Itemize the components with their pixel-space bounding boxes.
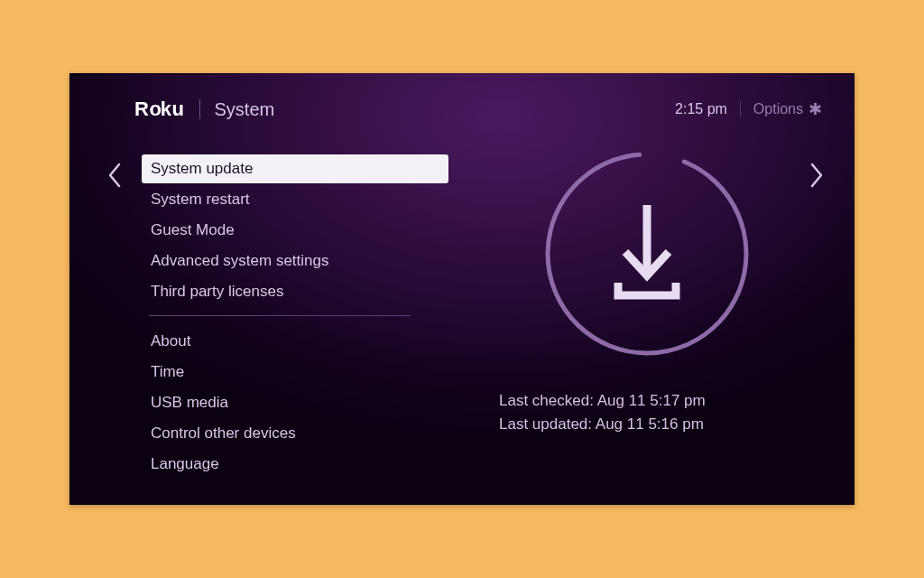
- menu-divider: [149, 315, 411, 316]
- menu-item-guest-mode[interactable]: Guest Mode: [142, 216, 448, 245]
- nav-back-chevron[interactable]: [107, 160, 122, 195]
- last-checked-text: Last checked: Aug 11 5:17 pm: [499, 389, 800, 413]
- clock: 2:15 pm: [675, 101, 727, 117]
- menu-item-time[interactable]: Time: [142, 358, 448, 387]
- nav-forward-chevron[interactable]: [809, 160, 824, 195]
- asterisk-icon: ✱: [808, 101, 822, 117]
- menu-item-system-restart[interactable]: System restart: [142, 185, 448, 214]
- menu-item-advanced-settings[interactable]: Advanced system settings: [142, 247, 448, 275]
- menu-item-about[interactable]: About: [142, 327, 448, 356]
- header-right: 2:15 pm Options ✱: [675, 101, 822, 117]
- header-separator-2: [740, 101, 741, 117]
- update-status: Last checked: Aug 11 5:17 pm Last update…: [494, 389, 800, 435]
- menu-item-control-other-devices[interactable]: Control other devices: [142, 419, 448, 448]
- header-separator: [199, 99, 200, 119]
- download-progress-ring: [539, 145, 755, 362]
- menu-item-third-party-licenses[interactable]: Third party licenses: [142, 277, 448, 306]
- roku-logo: Roku: [134, 98, 185, 121]
- breadcrumb: System: [215, 99, 275, 120]
- options-label: Options: [753, 101, 803, 117]
- menu-item-language[interactable]: Language: [142, 450, 448, 479]
- update-panel: Last checked: Aug 11 5:17 pm Last update…: [494, 145, 800, 435]
- menu-item-system-update[interactable]: System update: [142, 154, 448, 183]
- options-button[interactable]: Options ✱: [753, 101, 822, 117]
- header-bar: Roku System 2:15 pm Options ✱: [69, 93, 855, 126]
- last-updated-text: Last updated: Aug 11 5:16 pm: [499, 413, 800, 436]
- system-settings-screen: Roku System 2:15 pm Options ✱ System upd…: [69, 73, 855, 505]
- system-menu: System update System restart Guest Mode …: [142, 154, 448, 480]
- menu-item-usb-media[interactable]: USB media: [142, 388, 448, 417]
